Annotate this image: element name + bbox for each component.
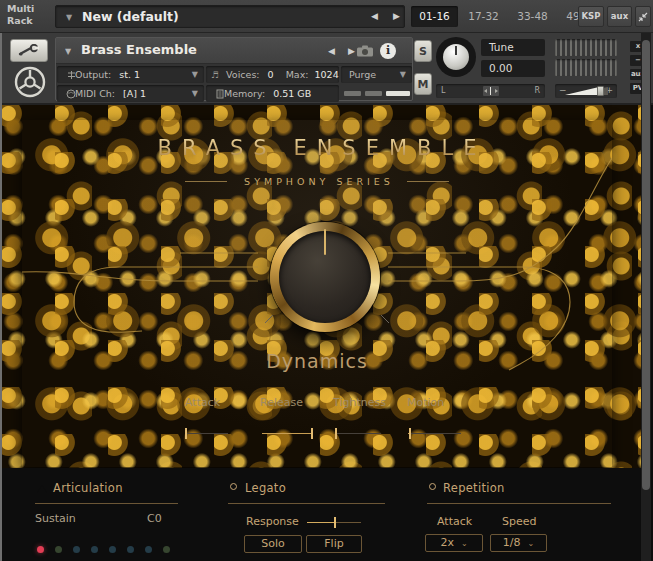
kontakt-window: Multi Rack ▼ New (default) ◀ ▶ 01-16 17-… [0,0,653,561]
articulation-dot-8[interactable] [163,546,170,553]
repetition-speed-label: Speed [502,515,536,528]
repetition-attack-dropdown[interactable]: 2x⌄ [425,534,483,552]
preset-dropdown[interactable]: ▼ New (default) ◀ ▶ [55,5,405,28]
attack-slider-handle[interactable] [185,428,187,439]
articulation-dot-4[interactable] [91,546,98,553]
legato-flip-button[interactable]: Flip [306,535,362,553]
collapse-arrows-icon [637,11,649,23]
pan-handle[interactable] [483,86,499,96]
motion-slider-label: Motion [407,396,444,409]
pan-right-arrow-icon [495,89,498,93]
minimize-view-button[interactable] [635,6,651,27]
purge-label: Purge [349,69,376,80]
dynamics-knob[interactable] [270,222,380,332]
snapshot-camera-icon[interactable] [356,45,374,57]
articulation-dot-3[interactable] [73,546,80,553]
instrument-dropdown-caret-icon[interactable]: ▼ [65,47,71,56]
response-slider-handle[interactable] [334,517,336,528]
instrument-title-bar[interactable]: ▼ Brass Ensemble ◀ ▶ i [56,38,412,64]
instrument-next-button[interactable]: ▶ [348,46,355,56]
instrument-prev-button[interactable]: ◀ [328,46,335,56]
legato-solo-button[interactable]: Solo [244,535,302,553]
rack-scrollbar-thumb[interactable] [642,40,650,490]
preset-prev-button[interactable]: ◀ [371,11,378,21]
preset-next-button[interactable]: ▶ [393,11,400,21]
articulation-name[interactable]: Sustain [35,512,76,525]
motion-slider-track [408,433,461,434]
repetition-section-title: Repetition [443,481,505,495]
attack-dropdown-chevron-icon: ⌄ [461,539,468,548]
tune-value[interactable]: 0.00 [481,60,545,77]
voices-notes-icon: ♬ [211,70,219,80]
instrument-module: ▼ Brass Ensemble ◀ ▶ i Output: st. 1 ▼ [55,37,413,101]
memory-display: Memory: 0.51 GB [206,85,339,102]
ksp-button[interactable]: KSP [578,6,604,27]
legato-circle-icon[interactable] [230,483,237,490]
output-value: st. 1 [119,69,140,80]
subtitle-right-rule [407,181,449,182]
repetition-underline [427,503,611,504]
series-subtitle-row: SYMPHONY SERIES [22,176,612,187]
voices-label: Voices: [226,69,259,80]
midi-channel-selector[interactable]: MIDI Ch: [A] 1 ▼ [57,85,204,102]
volume-wedge-fill [565,87,599,95]
symphony-series-logo [12,64,48,100]
tune-knob-well [436,37,476,77]
legato-response-label: Response [246,515,299,528]
pan-right-label: R [534,84,540,98]
purge-meter-segment [365,91,382,96]
tightness-slider[interactable] [335,426,381,436]
aux-button[interactable]: aux [607,6,632,27]
repetition-circle-icon[interactable] [429,483,436,490]
purge-dropdown-caret-icon: ▼ [400,66,406,83]
pan-left-label: L [441,84,445,98]
volume-slider[interactable]: − + [555,84,617,98]
articulation-dots [37,538,181,557]
midi-plug-icon [66,89,76,99]
midi-channel-value: [A] 1 [123,88,146,99]
info-button[interactable]: i [380,43,396,59]
motion-slider[interactable] [408,426,461,436]
motion-slider-handle[interactable] [409,428,411,439]
purge-meter-segment [344,91,361,96]
wrench-icon [18,44,40,57]
preset-name: New (default) [82,9,179,24]
solo-button[interactable]: S [414,40,432,62]
repetition-speed-value: 1/8 [503,536,521,549]
edit-wrench-button[interactable] [10,39,48,62]
page-tab-17-32[interactable]: 17-32 [460,6,507,27]
page-tab-33-48[interactable]: 33-48 [509,6,556,27]
attack-slider[interactable] [185,426,228,436]
page-tab-01-16[interactable]: 01-16 [411,6,458,27]
purge-menu[interactable]: Purge ▼ [341,66,412,83]
articulation-dot-6[interactable] [127,546,134,553]
tune-knob[interactable] [443,44,469,70]
output-selector[interactable]: Output: st. 1 ▼ [57,66,204,83]
instrument-header: ▼ Brass Ensemble ◀ ▶ i Output: st. 1 ▼ [0,33,653,105]
max-voices-label: Max: [286,69,309,80]
release-slider[interactable] [262,426,312,436]
speed-dropdown-chevron-icon: ⌄ [528,539,535,548]
voices-value: 0 [268,69,274,80]
legato-response-slider[interactable] [307,517,361,528]
pan-slider[interactable]: L R [436,84,545,98]
tune-knob-pointer [455,46,457,55]
tightness-slider-label: Tightness [333,396,386,409]
mute-button[interactable]: M [414,73,432,95]
tightness-slider-track [335,433,381,434]
multi-rack-label-line1: Multi [7,3,34,15]
articulation-dot-7[interactable] [145,546,152,553]
pan-left-arrow-icon [484,89,487,93]
release-slider-handle[interactable] [311,428,313,439]
rack-left-edge [0,33,2,561]
repetition-speed-dropdown[interactable]: 1/8⌄ [490,534,547,552]
performance-view-background: BRASS ENSEMBLE SYMPHONY SERIES Dynamics … [2,105,641,468]
repetition-attack-label: Attack [437,515,472,528]
volume-handle[interactable] [597,86,604,96]
articulation-dot-2[interactable] [55,546,62,553]
articulation-dot-1[interactable] [37,546,44,553]
articulation-dot-5[interactable] [109,546,116,553]
memory-label: Memory: [224,88,265,99]
tightness-slider-handle[interactable] [335,428,337,439]
attack-slider-track [185,433,228,434]
